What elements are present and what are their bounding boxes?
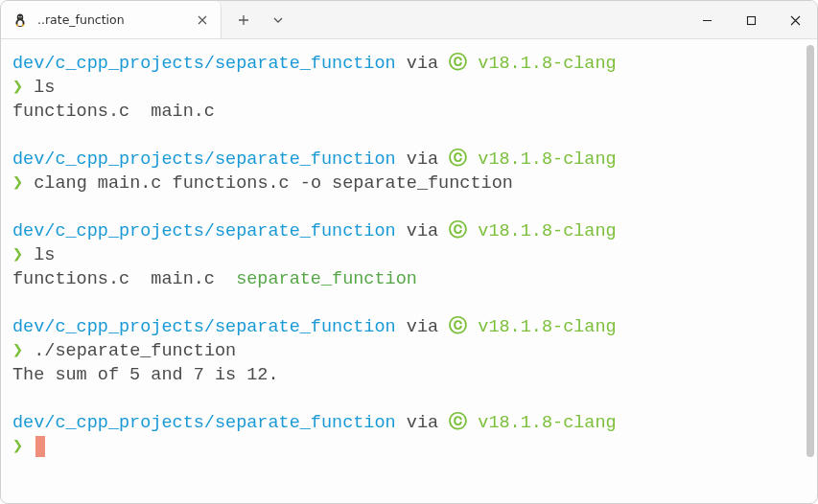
prompt-version: v18.1.8-clang xyxy=(478,149,616,170)
prompt-symbol: ❯ xyxy=(12,245,23,265)
prompt-line: dev/c_cpp_projects/separate_function via… xyxy=(12,53,806,77)
tab-label: ..rate_function xyxy=(37,12,184,27)
tab-current[interactable]: ..rate_function xyxy=(1,1,222,38)
output-plain: The sum of 5 and 7 is 12. xyxy=(12,365,279,385)
c-lang-icon: ⓒ xyxy=(449,317,467,337)
prompt-via: via xyxy=(407,54,438,74)
blank-line xyxy=(12,196,806,220)
terminal-viewport[interactable]: dev/c_cpp_projects/separate_function via… xyxy=(1,39,817,503)
prompt-line: dev/c_cpp_projects/separate_function via… xyxy=(12,220,806,244)
new-tab-button[interactable] xyxy=(229,6,258,34)
svg-rect-7 xyxy=(747,16,755,24)
output-exec: separate_function xyxy=(236,269,417,289)
cursor-block xyxy=(35,436,45,456)
output-plain: functions.c main.c xyxy=(12,102,215,122)
tab-close-button[interactable] xyxy=(194,11,211,29)
command-line: ❯ ls xyxy=(12,244,806,268)
blank-line xyxy=(12,292,806,316)
prompt-via: via xyxy=(407,149,438,170)
command-line-active[interactable]: ❯ xyxy=(12,436,806,460)
titlebar: ..rate_function xyxy=(1,1,817,39)
c-lang-icon: ⓒ xyxy=(449,54,467,74)
output-line: The sum of 5 and 7 is 12. xyxy=(12,364,806,388)
window-controls xyxy=(685,1,817,38)
svg-point-6 xyxy=(21,16,22,17)
prompt-symbol: ❯ xyxy=(12,341,23,361)
command-line: ❯ ls xyxy=(12,77,806,101)
command-line: ❯ ./separate_function xyxy=(12,340,806,364)
command-text: ./separate_function xyxy=(34,341,236,361)
c-lang-icon: ⓒ xyxy=(449,149,467,170)
tab-dropdown-button[interactable] xyxy=(264,6,292,34)
prompt-version: v18.1.8-clang xyxy=(478,413,616,433)
blank-line xyxy=(12,388,806,412)
prompt-symbol: ❯ xyxy=(12,437,23,457)
window-close-button[interactable] xyxy=(773,1,817,39)
prompt-via: via xyxy=(407,413,438,433)
svg-point-5 xyxy=(19,16,20,17)
tabbar-buttons xyxy=(222,1,300,38)
prompt-path: dev/c_cpp_projects/separate_function xyxy=(12,149,396,170)
command-text: ls xyxy=(34,78,55,98)
prompt-path: dev/c_cpp_projects/separate_function xyxy=(12,317,396,337)
output-line: functions.c main.c separate_function xyxy=(12,268,806,292)
output-line: functions.c main.c xyxy=(12,101,806,125)
titlebar-drag-area[interactable] xyxy=(300,1,685,38)
command-text: ls xyxy=(34,245,55,265)
scrollbar-track[interactable] xyxy=(806,45,814,476)
blank-line xyxy=(12,125,806,149)
tux-icon xyxy=(12,12,28,28)
scrollbar-thumb[interactable] xyxy=(806,45,814,457)
prompt-symbol: ❯ xyxy=(12,173,23,194)
prompt-line: dev/c_cpp_projects/separate_function via… xyxy=(12,412,806,436)
command-line: ❯ clang main.c functions.c -o separate_f… xyxy=(12,172,806,196)
prompt-via: via xyxy=(407,317,438,337)
output-plain: functions.c main.c xyxy=(12,269,236,289)
prompt-path: dev/c_cpp_projects/separate_function xyxy=(12,221,396,241)
prompt-path: dev/c_cpp_projects/separate_function xyxy=(12,413,396,433)
prompt-version: v18.1.8-clang xyxy=(478,54,616,74)
c-lang-icon: ⓒ xyxy=(449,413,467,433)
prompt-symbol: ❯ xyxy=(12,78,23,98)
command-text: clang main.c functions.c -o separate_fun… xyxy=(34,173,513,194)
prompt-line: dev/c_cpp_projects/separate_function via… xyxy=(12,316,806,340)
minimize-button[interactable] xyxy=(685,1,729,39)
prompt-version: v18.1.8-clang xyxy=(478,221,616,241)
svg-point-2 xyxy=(17,20,22,26)
c-lang-icon: ⓒ xyxy=(449,221,467,241)
prompt-path: dev/c_cpp_projects/separate_function xyxy=(12,54,396,74)
maximize-button[interactable] xyxy=(729,1,773,39)
prompt-line: dev/c_cpp_projects/separate_function via… xyxy=(12,149,806,172)
prompt-via: via xyxy=(407,221,438,241)
prompt-version: v18.1.8-clang xyxy=(478,317,616,337)
